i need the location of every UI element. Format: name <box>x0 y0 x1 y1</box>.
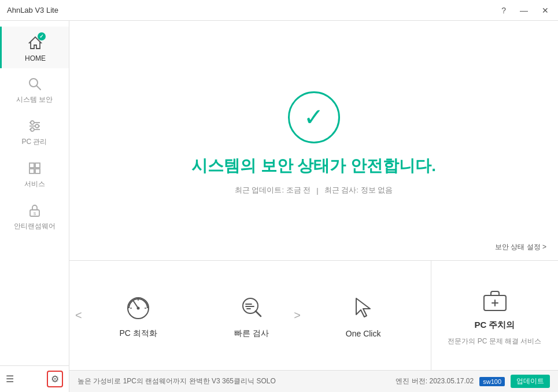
svg-line-1 <box>36 86 40 90</box>
sidebar-item-services[interactable]: 서비스 <box>0 153 69 195</box>
pc-doctor-subtitle: 전문가의 PC 문제 해결 서비스 <box>448 336 541 346</box>
svg-point-5 <box>35 124 39 128</box>
settings-icon: ⚙ <box>51 373 59 384</box>
settings-button-wrap[interactable]: ⚙ <box>47 371 63 387</box>
nav-right-arrow[interactable]: > <box>288 303 306 328</box>
search-fast-icon <box>237 293 266 321</box>
home-icon-wrap <box>27 35 43 51</box>
svg-point-16 <box>137 306 140 309</box>
speedometer-icon <box>124 293 153 321</box>
lock-dollar-icon: $ <box>27 203 42 218</box>
sidebar-item-anti-ransomware[interactable]: $ 안티랜섬웨어 <box>0 195 69 237</box>
sidebar-item-home[interactable]: HOME <box>0 27 69 68</box>
minimize-button[interactable]: — <box>518 5 530 16</box>
search-icon <box>27 76 42 91</box>
svg-rect-8 <box>29 163 34 168</box>
scan-text: 최근 검사: 정보 없음 <box>324 185 393 195</box>
status-title: 시스템의 보안 상태가 안전합니다. <box>191 155 436 177</box>
cursor-icon <box>349 293 378 322</box>
sidebar: HOME 시스템 보안 PC 관리 <box>0 21 69 392</box>
quick-action-one-click[interactable]: One Click <box>334 287 393 344</box>
status-circle: ✓ <box>288 91 340 143</box>
svg-rect-10 <box>29 169 34 173</box>
help-button[interactable]: ? <box>499 5 508 16</box>
status-subtitle: 최근 업데이트: 조금 전 | 최근 검사: 정보 없음 <box>235 185 393 195</box>
sidebar-pc-management-label: PC 관리 <box>21 137 47 147</box>
status-checkmark: ✓ <box>304 105 324 130</box>
close-button[interactable]: ✕ <box>539 5 551 16</box>
list-icon[interactable]: ☰ <box>6 373 14 384</box>
update-text: 최근 업데이트: 조금 전 <box>235 185 311 195</box>
sidebar-system-security-label: 시스템 보안 <box>16 95 53 105</box>
quick-action-pc-optimize[interactable]: PC 최적화 <box>108 287 168 345</box>
pc-doctor-section[interactable]: PC 주치의 전문가의 PC 문제 해결 서비스 <box>431 261 558 370</box>
quick-actions: < PC 최적화 <box>69 261 431 370</box>
sw100-badge: sw100 <box>479 377 505 386</box>
svg-rect-9 <box>35 163 40 168</box>
svg-line-21 <box>256 311 261 316</box>
svg-rect-11 <box>35 169 40 173</box>
subtitle-divider: | <box>316 186 318 195</box>
status-bar-version: 엔진 버전: 2023.05.17.02 <box>396 376 474 386</box>
nav-left-arrow[interactable]: < <box>69 303 88 328</box>
sidebar-home-label: HOME <box>25 54 46 62</box>
svg-text:$: $ <box>33 211 36 216</box>
bottom-section: < PC 최적화 <box>69 260 558 370</box>
title-bar: AhnLab V3 Lite ? — ✕ <box>0 0 558 21</box>
sidebar-bottom: ☰ ⚙ <box>0 365 69 392</box>
status-bar-text: 높은 가성비로 1PC의 랜섬웨어까지 완벽한 V3 365클리닉 SOLO <box>77 376 390 386</box>
security-settings-link[interactable]: 보안 상태 설정 > <box>495 242 546 252</box>
quick-action-quick-scan[interactable]: 빠른 검사 <box>223 287 280 345</box>
sidebar-services-label: 서비스 <box>24 179 45 189</box>
sidebar-item-pc-management[interactable]: PC 관리 <box>0 110 69 153</box>
quick-scan-label: 빠른 검사 <box>234 328 269 339</box>
sliders-icon <box>27 119 42 134</box>
window-controls: ? — ✕ <box>499 5 551 16</box>
sidebar-item-system-security[interactable]: 시스템 보안 <box>0 68 69 110</box>
top-section: ✓ 시스템의 보안 상태가 안전합니다. 최근 업데이트: 조금 전 | 최근 … <box>69 21 558 260</box>
svg-point-3 <box>31 121 34 124</box>
main-layout: HOME 시스템 보안 PC 관리 <box>0 21 558 392</box>
sidebar-anti-ransomware-label: 안티랜섬웨어 <box>14 221 56 231</box>
app-title: AhnLab V3 Lite <box>7 6 499 14</box>
content-area: ✓ 시스템의 보안 상태가 안전합니다. 최근 업데이트: 조금 전 | 최근 … <box>69 21 558 392</box>
svg-marker-25 <box>356 298 370 317</box>
one-click-label: One Click <box>346 329 381 338</box>
pc-optimize-label: PC 최적화 <box>119 328 157 339</box>
pc-doctor-title: PC 주치의 <box>474 320 515 331</box>
grid-icon <box>27 161 42 176</box>
briefcase-medical-icon <box>481 285 509 314</box>
home-status-badge <box>38 32 46 40</box>
svg-point-7 <box>31 128 34 131</box>
update-button[interactable]: 업데이트 <box>511 375 550 388</box>
status-bar: 높은 가성비로 1PC의 랜섬웨어까지 완벽한 V3 365클리닉 SOLO 엔… <box>69 370 558 392</box>
